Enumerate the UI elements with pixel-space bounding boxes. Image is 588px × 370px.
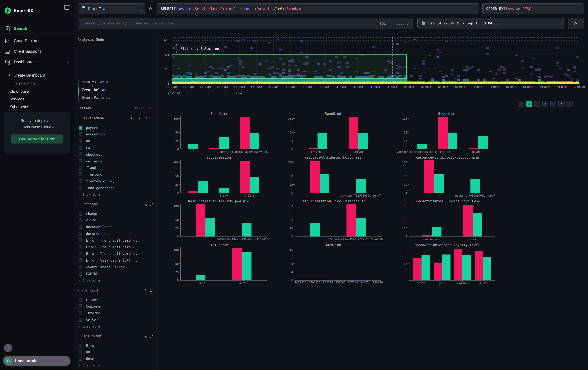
filter-checkbox-eventlistener-error[interactable]: eventListener.error xyxy=(79,264,153,270)
filter-group-header-SpanKind[interactable]: SpanKind xyxy=(77,287,153,293)
filter-checkbox-accounting[interactable]: accounting xyxy=(79,131,153,138)
lucene-search-input[interactable]: Search your events w/ Lucene ex. column:… xyxy=(79,18,412,29)
checkbox[interactable] xyxy=(79,305,83,308)
filter-checkbox-error-the-credit-card-[interactable]: Error: The credit card (… xyxy=(79,237,153,244)
checkbox[interactable] xyxy=(79,357,83,361)
load-more-button[interactable]: Load more xyxy=(79,323,153,330)
checkbox[interactable] xyxy=(79,225,83,229)
analysis-mode-event-patterns[interactable]: Event Patterns xyxy=(82,94,153,101)
filter-checkbox-error[interactable]: Error xyxy=(79,342,153,349)
filter-checkbox-ad[interactable]: ad xyxy=(79,138,153,144)
query-language-toggle[interactable]: SQL | Lucene xyxy=(380,21,409,25)
page-button-1[interactable]: 1 xyxy=(526,101,532,107)
filter-checkbox-ok[interactable]: Ok xyxy=(79,349,153,356)
pin-icon[interactable] xyxy=(137,115,141,121)
duration-heatmap-canvas[interactable] xyxy=(172,37,579,84)
checkbox[interactable] xyxy=(79,232,83,236)
lang-lucene[interactable]: Lucene xyxy=(396,21,409,25)
page-button-3[interactable]: 3 xyxy=(542,101,548,107)
filter-checkbox-change[interactable]: change xyxy=(79,210,153,217)
checkbox[interactable] xyxy=(79,146,83,150)
pin-icon[interactable] xyxy=(150,201,153,207)
filter-checkbox-cart[interactable]: cart xyxy=(79,144,153,151)
clear-all-button[interactable]: Clear all xyxy=(135,107,152,110)
checkbox[interactable] xyxy=(79,272,83,276)
checkbox[interactable] xyxy=(79,343,83,347)
checkbox[interactable] xyxy=(79,265,83,269)
filter-checkbox-error-visa-cache-full-[interactable]: Error: Visa cache full: … xyxy=(79,257,153,264)
analysis-mode-results-table[interactable]: Results Table xyxy=(82,78,153,86)
checkbox[interactable] xyxy=(79,211,83,215)
filter-checkbox-server[interactable]: Server xyxy=(79,316,153,323)
show-more-button[interactable]: Show more xyxy=(79,277,153,283)
filter-group-header-SpanName[interactable]: SpanName xyxy=(77,201,153,207)
checkbox[interactable] xyxy=(79,252,83,256)
checkbox[interactable] xyxy=(79,218,83,222)
sidebar-item-search[interactable]: Search xyxy=(0,24,74,33)
filter-checkbox-click[interactable]: click xyxy=(79,217,153,224)
sidebar-item-services[interactable]: Services xyxy=(0,95,74,103)
filter-checkbox-error-the-credit-card-[interactable]: Error: The credit card (… xyxy=(79,250,153,257)
analysis-mode-event-deltas[interactable]: Event Deltas xyxy=(82,86,153,94)
pin-icon[interactable] xyxy=(150,287,153,293)
checkbox[interactable] xyxy=(79,166,83,170)
checkbox[interactable] xyxy=(79,245,83,249)
clear-button[interactable]: Clear xyxy=(144,116,153,120)
checkbox[interactable] xyxy=(79,311,83,315)
filter-checkbox-payment[interactable]: ✓payment xyxy=(79,124,153,131)
search-icon[interactable] xyxy=(143,333,147,339)
local-mode-button[interactable]: U Local mode › xyxy=(3,356,71,366)
checkbox[interactable] xyxy=(79,258,83,262)
checkbox[interactable] xyxy=(79,172,83,176)
checkbox[interactable] xyxy=(79,159,83,163)
filter-checkbox-currency[interactable]: currency xyxy=(79,158,153,164)
load-more-button[interactable]: Load more xyxy=(79,362,153,369)
sidebar-item-clickhouse[interactable]: ClickHouse xyxy=(0,87,74,96)
get-started-button[interactable]: Get Started for Free xyxy=(11,134,63,143)
checkbox[interactable] xyxy=(79,298,83,302)
sidebar-item-client-sessions[interactable]: Client Sessions xyxy=(0,47,74,56)
filter-checkbox-checkout[interactable]: checkout xyxy=(79,151,153,158)
show-more-button[interactable]: Show more xyxy=(79,191,153,198)
filter-by-selection-button[interactable]: Filter by Selection xyxy=(176,44,223,53)
page-button-5[interactable]: 5 xyxy=(558,101,565,107)
checkbox[interactable] xyxy=(79,179,83,183)
date-range-picker[interactable]: Sep 14 22:04:35 - Sep 15 10:04:35 xyxy=(417,18,564,29)
pin-icon[interactable] xyxy=(150,333,153,339)
filter-checkbox-flagd[interactable]: flagd xyxy=(79,164,153,171)
filter-checkbox-documentload[interactable]: documentLoad xyxy=(79,230,153,237)
create-dashboard-button[interactable]: + Create Dashboard xyxy=(0,71,74,80)
search-icon[interactable] xyxy=(143,287,147,293)
lang-sql[interactable]: SQL xyxy=(380,21,386,25)
checkbox[interactable] xyxy=(79,139,83,143)
checkbox[interactable] xyxy=(79,350,83,354)
checkbox[interactable] xyxy=(79,318,83,322)
search-icon[interactable] xyxy=(131,115,134,121)
filter-checkbox-consumer[interactable]: Consumer xyxy=(79,303,153,310)
filter-checkbox-unset[interactable]: Unset xyxy=(79,355,153,362)
source-select[interactable]: Demo Traces ⌃⌄ xyxy=(79,3,145,14)
checkbox[interactable] xyxy=(79,152,83,156)
select-query-input[interactable]: SELECT Timestamp, ServiceName, StatusCod… xyxy=(157,3,479,14)
checkbox[interactable] xyxy=(79,238,83,242)
filter-checkbox-load-generator[interactable]: load-generator xyxy=(79,184,153,191)
help-button[interactable]: ? xyxy=(4,344,12,352)
checkbox[interactable]: ✓ xyxy=(79,126,83,130)
page-button-4[interactable]: 4 xyxy=(550,101,556,107)
gear-icon[interactable]: ⚙ xyxy=(147,6,153,11)
filter-checkbox-error-the-credit-card-[interactable]: Error: The credit card (… xyxy=(79,244,153,250)
presets-toggle[interactable]: PRESETS xyxy=(0,80,74,88)
filter-group-header-StatusCode[interactable]: StatusCode xyxy=(77,333,153,339)
sidebar-item-kubernetes[interactable]: Kubernetes xyxy=(0,103,74,111)
page-next-button[interactable]: › xyxy=(567,101,573,107)
filter-checkbox-expire[interactable]: EXPIRE xyxy=(79,270,153,277)
filter-checkbox-internal[interactable]: Internal xyxy=(79,310,153,316)
filter-checkbox-frontend-proxy[interactable]: frontend-proxy xyxy=(79,178,153,185)
search-icon[interactable] xyxy=(143,201,147,207)
filter-checkbox-frontend[interactable]: frontend xyxy=(79,171,153,178)
order-by-input[interactable]: ORDER BY Timestamp DESC xyxy=(482,3,584,14)
checkbox[interactable] xyxy=(79,132,83,136)
filter-checkbox-documentfetch[interactable]: documentFetch xyxy=(79,223,153,230)
page-button-2[interactable]: 2 xyxy=(534,101,540,107)
filter-group-header-ServiceName[interactable]: ServiceNameClear xyxy=(77,115,153,121)
